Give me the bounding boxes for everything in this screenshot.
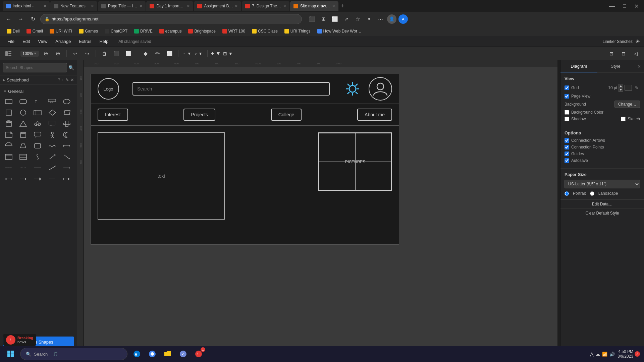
bookmark-drive[interactable]: DRIVE [131, 28, 155, 34]
taskbar-browser-icon[interactable] [146, 347, 159, 361]
user-profile-btn[interactable]: 👤 [387, 14, 396, 24]
grid-color-box[interactable] [625, 85, 632, 91]
shape-wave[interactable] [46, 141, 58, 151]
shape-cylinder[interactable] [3, 119, 15, 129]
taskbar-files-icon[interactable] [161, 347, 174, 361]
shape-cloud[interactable] [32, 119, 44, 129]
table-btn[interactable]: ⊞ ▼ [223, 49, 233, 58]
nav-college[interactable]: College [271, 109, 302, 121]
shape-parallelogram[interactable] [61, 108, 73, 118]
shape-arrow-line[interactable] [61, 163, 73, 173]
connection-arrows-checkbox[interactable] [565, 138, 569, 143]
tray-sound-icon[interactable]: 🔊 [609, 352, 615, 357]
autosave-checkbox[interactable] [565, 158, 569, 163]
bookmark-gmail[interactable]: Gmail [24, 28, 46, 34]
tab-diagram[interactable]: Diagram [560, 60, 597, 72]
scratchpad-edit-btn[interactable]: ✎ [65, 77, 69, 82]
window-close[interactable]: ✕ [632, 3, 641, 9]
shape-diamond[interactable] [46, 108, 58, 118]
browser-tab-7[interactable]: Site map.draw… ✕ [290, 1, 338, 11]
scratchpad-add-btn[interactable]: + [61, 77, 64, 82]
search-shapes-input[interactable] [3, 63, 67, 72]
taskbar-start-btn[interactable] [4, 347, 17, 361]
browser-pwa-btn[interactable]: ⬜ [330, 14, 339, 24]
clear-style-btn[interactable]: Clear Default Style [560, 208, 644, 218]
fit-page-btn[interactable]: ⊡ [606, 49, 616, 58]
browser-tab-1[interactable]: index.html - ✕ [3, 1, 50, 11]
shape-triangle[interactable] [17, 119, 29, 129]
back-button[interactable]: ← [4, 14, 13, 24]
shape-connector5[interactable] [61, 174, 73, 184]
browser-share-btn[interactable]: ↗ [341, 14, 351, 24]
tab-close-1[interactable]: ✕ [43, 4, 46, 8]
browser-tab-4[interactable]: Day 1 Import… ✕ [146, 1, 193, 11]
panel-close-btn[interactable]: ✕ [634, 60, 644, 72]
tab-close-3[interactable]: ✕ [139, 4, 142, 8]
nav-about-me[interactable]: About me [357, 109, 392, 121]
window-maximize[interactable]: □ [620, 3, 629, 9]
edge-icon[interactable]: A [398, 14, 408, 24]
shadow-btn[interactable]: ⬜ [165, 49, 175, 58]
to-back-btn[interactable]: ⬜ [123, 49, 133, 58]
bookmark-dell[interactable]: Dell [4, 28, 22, 34]
shape-proc-rect[interactable] [32, 108, 44, 118]
shape-trapezoid[interactable] [17, 141, 29, 151]
taskbar-news-icon[interactable]: ! 1 [192, 347, 205, 361]
shape-speech-bubble[interactable] [32, 130, 44, 140]
grid-size-down[interactable]: ▼ [619, 88, 623, 92]
page-view-checkbox[interactable] [565, 94, 569, 99]
grid-size-spinner[interactable]: ▲ ▼ [619, 84, 623, 92]
shape-diag-line[interactable] [46, 163, 58, 173]
format-panel-btn[interactable]: ⊟ [619, 49, 629, 58]
breaking-news-widget[interactable]: ! Breaking news [3, 334, 36, 346]
notifications-area[interactable]: 4:50 PM 8/9/2023 3 [618, 349, 640, 359]
shape-s-curve[interactable] [32, 152, 44, 162]
connection-points-checkbox[interactable] [565, 145, 569, 149]
browser-tab-2[interactable]: New Features ✕ [50, 1, 97, 11]
bookmark-games[interactable]: Games [76, 28, 101, 34]
shape-connector3[interactable] [32, 174, 44, 184]
shape-arrow-diag2[interactable] [61, 152, 73, 162]
menu-help[interactable]: Help [96, 38, 112, 45]
shape-label[interactable]: Hea [46, 97, 58, 107]
bg-color-checkbox[interactable] [565, 110, 569, 115]
bookmark-brightspace[interactable]: Brightspace [185, 28, 218, 34]
menu-arrange[interactable]: Arrange [52, 38, 74, 45]
shape-cross[interactable] [61, 119, 73, 129]
browser-copilot-btn[interactable]: ✦ [364, 14, 374, 24]
shape-rectangle[interactable] [3, 97, 15, 107]
shape-crescent[interactable] [61, 130, 73, 140]
browser-tab-3[interactable]: Page Title — I… ✕ [98, 1, 146, 11]
paper-size-select[interactable]: US-Letter (8,5" x 11") [565, 180, 640, 188]
nav-projects[interactable]: Projects [183, 109, 215, 121]
tray-network-icon[interactable]: 📶 [602, 352, 607, 357]
fill-color-btn[interactable]: ◆ [141, 49, 151, 58]
shape-connector2[interactable] [17, 174, 29, 184]
sidebar-toggle-btn[interactable] [3, 49, 13, 58]
grid-size-up[interactable]: ▲ [619, 84, 623, 88]
to-front-btn[interactable]: ⬛ [111, 49, 121, 58]
sketch-checkbox[interactable] [621, 117, 626, 121]
search-shapes-btn[interactable]: 🔍 [68, 65, 74, 70]
grid-checkbox[interactable] [565, 85, 569, 90]
canvas-viewport[interactable]: Logo Search [84, 67, 557, 347]
taskbar-edge-icon[interactable]: e [130, 347, 144, 361]
tab-close-7[interactable]: ✕ [332, 4, 335, 8]
shape-line[interactable] [32, 163, 44, 173]
delete-btn[interactable]: 🗑 [99, 49, 109, 58]
shape-rounded-rect[interactable] [17, 97, 29, 107]
scratchpad-help-btn[interactable]: ? [58, 77, 60, 82]
shape-square[interactable] [3, 108, 15, 118]
bookmark-urithings[interactable]: URI Things [282, 28, 313, 34]
browser-settings-btn[interactable]: ⋯ [376, 14, 385, 24]
collapse-panel-btn[interactable]: ◁ [631, 49, 641, 58]
bookmark-howwebdev[interactable]: How Web Dev Wor… [315, 28, 364, 34]
shape-ellipse[interactable] [61, 97, 73, 107]
shape-circle[interactable] [17, 108, 29, 118]
shape-arrow-diag1[interactable] [46, 152, 58, 162]
browser-tab-6[interactable]: 7. Design The… ✕ [242, 1, 289, 11]
shape-arrow-styles[interactable] [3, 174, 15, 184]
shape-list[interactable] [17, 152, 29, 162]
new-tab-button[interactable]: + [339, 3, 347, 10]
zoom-out-btn[interactable]: ⊖ [41, 49, 51, 58]
